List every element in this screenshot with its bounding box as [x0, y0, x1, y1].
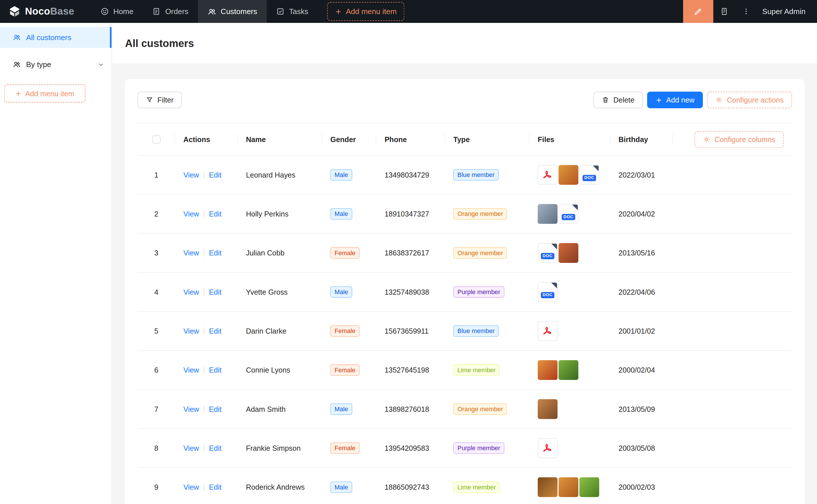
phone: 13527645198: [376, 366, 445, 374]
nav-item-tasks[interactable]: Tasks: [267, 0, 318, 23]
table-row: 5 View Edit Darin Clarke Female 15673659…: [137, 312, 792, 351]
column-header-phone: Phone: [376, 135, 445, 143]
doc-file-icon[interactable]: DOC: [538, 282, 557, 302]
doc-file-icon[interactable]: DOC: [579, 165, 599, 185]
logo-text-light: Base: [50, 6, 74, 17]
nocobase-logo[interactable]: NocoBase: [0, 0, 84, 23]
view-link[interactable]: View: [183, 405, 199, 413]
user-menu[interactable]: Super Admin: [757, 0, 817, 23]
doc-badge-label: DOC: [541, 292, 555, 298]
phone: 13498034729: [376, 171, 445, 179]
customer-name: Frankie Simpson: [238, 444, 322, 452]
view-link[interactable]: View: [183, 366, 199, 374]
phone: 13257489038: [376, 288, 445, 296]
view-link[interactable]: View: [183, 210, 199, 218]
table-row: 1 View Edit Leonard Hayes Male 134980347…: [137, 155, 792, 194]
pdf-file-icon[interactable]: [538, 321, 557, 341]
top-navbar: NocoBase Home Orders Customers Tasks: [0, 0, 817, 23]
doc-file-icon[interactable]: DOC: [558, 204, 578, 224]
phone: 18910347327: [376, 210, 445, 218]
image-thumbnail[interactable]: [538, 204, 557, 224]
add-new-button[interactable]: Add new: [647, 92, 703, 108]
divider: [204, 367, 205, 374]
image-thumbnail[interactable]: [558, 243, 578, 263]
configure-actions-button[interactable]: Configure actions: [707, 92, 792, 108]
column-header-actions: Actions: [175, 135, 238, 143]
image-thumbnail[interactable]: [558, 477, 578, 497]
pdf-file-icon[interactable]: [538, 165, 557, 185]
image-thumbnail[interactable]: [538, 477, 557, 497]
sidebar-item-by-type[interactable]: By type: [0, 54, 111, 75]
view-link[interactable]: View: [183, 288, 199, 296]
tasks-icon: [276, 7, 284, 15]
edit-link[interactable]: Edit: [209, 483, 222, 491]
image-thumbnail[interactable]: [538, 360, 557, 380]
add-menu-item-button[interactable]: Add menu item: [327, 2, 404, 21]
gender-tag: Male: [330, 403, 352, 415]
files-list: [538, 399, 602, 419]
files-list: DOC: [538, 165, 602, 185]
orders-icon: [152, 7, 160, 15]
filter-label: Filter: [157, 96, 174, 104]
chevron-down-icon: [98, 61, 104, 68]
column-header-birthday: Birthday: [610, 135, 673, 143]
pdf-file-icon[interactable]: [538, 438, 557, 458]
view-link[interactable]: View: [183, 249, 199, 257]
add-menu-item-label: Add menu item: [346, 7, 396, 15]
table-block-card: Filter Delete Add new: [125, 79, 804, 504]
docs-button[interactable]: [713, 0, 735, 23]
divider: [204, 249, 205, 257]
view-link[interactable]: View: [183, 444, 199, 452]
edit-link[interactable]: Edit: [209, 288, 222, 296]
divider: [204, 171, 205, 178]
type-tag: Purple member: [453, 442, 504, 454]
sidebar-item-all-customers[interactable]: All customers: [0, 27, 111, 48]
nav-item-home[interactable]: Home: [91, 0, 143, 23]
delete-button[interactable]: Delete: [593, 92, 643, 108]
nav-item-orders[interactable]: Orders: [143, 0, 197, 23]
gender-tag: Female: [330, 442, 360, 454]
sidebar-add-menu-item-button[interactable]: Add menu item: [4, 84, 86, 103]
plus-icon: [15, 90, 21, 97]
page-title: All customers: [125, 37, 194, 49]
view-link[interactable]: View: [183, 327, 199, 335]
files-list: DOC: [538, 282, 602, 302]
edit-link[interactable]: Edit: [209, 366, 222, 374]
column-header-files: Files: [529, 135, 610, 143]
edit-link[interactable]: Edit: [209, 444, 222, 452]
sidebar-add-menu-item-label: Add menu item: [25, 89, 74, 98]
configure-columns-button[interactable]: Configure columns: [695, 131, 783, 147]
edit-link[interactable]: Edit: [209, 249, 222, 257]
select-all-cell: [137, 135, 175, 143]
view-link[interactable]: View: [183, 171, 199, 179]
edit-link[interactable]: Edit: [209, 327, 222, 335]
divider: [204, 327, 205, 334]
row-index: 5: [154, 327, 158, 335]
image-thumbnail[interactable]: [558, 360, 578, 380]
nav-item-customers[interactable]: Customers: [198, 0, 267, 23]
plus-icon: [335, 8, 342, 15]
edit-link[interactable]: Edit: [209, 210, 222, 218]
files-list: [538, 477, 602, 497]
image-thumbnail[interactable]: [538, 399, 557, 419]
more-button[interactable]: [735, 0, 757, 23]
gear-icon: [716, 96, 723, 103]
files-list: [538, 360, 602, 380]
image-thumbnail[interactable]: [579, 477, 599, 497]
sidebar-item-label: By type: [26, 60, 51, 69]
nav-item-label: Tasks: [289, 7, 308, 15]
customers-icon: [207, 7, 216, 16]
gender-tag: Male: [330, 286, 352, 298]
birthday: 2001/01/02: [610, 327, 673, 335]
view-link[interactable]: View: [183, 483, 199, 491]
image-thumbnail[interactable]: [558, 165, 578, 185]
edit-link[interactable]: Edit: [209, 171, 222, 179]
row-index: 3: [154, 249, 158, 257]
doc-file-icon[interactable]: DOC: [538, 243, 557, 263]
edit-link[interactable]: Edit: [209, 405, 222, 413]
ui-editor-button[interactable]: [683, 0, 713, 23]
select-all-checkbox[interactable]: [152, 135, 160, 143]
table-body: 1 View Edit Leonard Hayes Male 134980347…: [137, 155, 792, 504]
filter-button[interactable]: Filter: [137, 92, 182, 108]
birthday: 2013/05/09: [610, 405, 673, 413]
